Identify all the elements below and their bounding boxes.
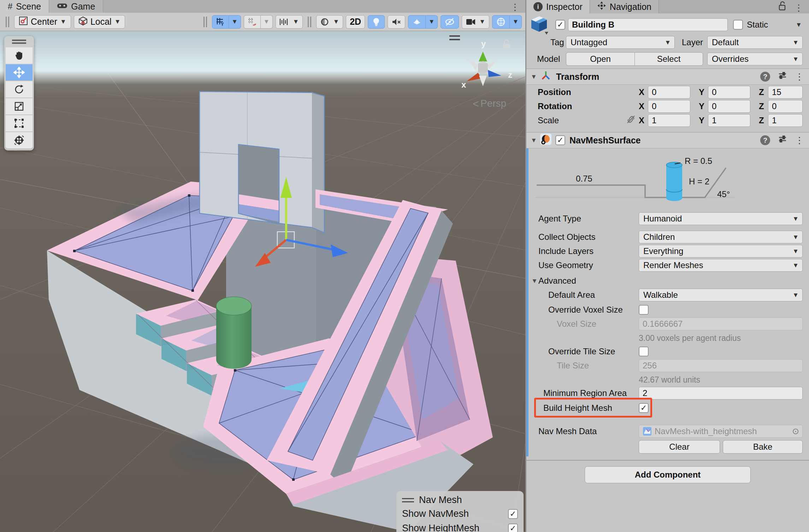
scene-viewport[interactable]: y x z < Persp [0, 31, 525, 532]
rotation-z-field[interactable]: 0 [768, 100, 803, 113]
pivot-icon [19, 16, 28, 28]
position-y-field[interactable]: 0 [708, 86, 750, 99]
transform-tool-button[interactable] [6, 132, 33, 148]
draw-mode-dropdown[interactable]: ▼ [316, 15, 343, 29]
scene-menu-kebab-icon[interactable]: ⋮ [505, 1, 525, 13]
rotate-tool-button[interactable] [6, 81, 33, 97]
tab-scene[interactable]: # Scene [0, 0, 49, 13]
hand-tool-button[interactable] [6, 47, 33, 64]
gizmos-toggle-button[interactable] [492, 15, 510, 29]
grid-visibility-dropdown[interactable]: ▼ [229, 15, 241, 29]
presets-icon[interactable] [778, 135, 787, 146]
tab-inspector[interactable]: i Inspector [526, 0, 590, 13]
model-select-button[interactable]: Select [634, 52, 703, 66]
component-menu-kebab-icon[interactable]: ⋮ [795, 135, 804, 146]
measure-tool-dropdown[interactable]: ▼ [276, 15, 303, 29]
2d-toggle-button[interactable]: 2D [346, 15, 365, 29]
nav-mesh-data-label: Nav Mesh Data [538, 426, 597, 436]
toolbar-drag-handle[interactable] [203, 17, 207, 27]
navmesh-asset-icon [643, 427, 652, 436]
include-layers-dropdown[interactable]: Everything▼ [639, 245, 803, 258]
use-geometry-dropdown[interactable]: Render Meshes▼ [639, 259, 803, 272]
voxel-size-hint: 3.00 voxels per agent radius [639, 333, 741, 343]
snap-settings-button[interactable] [244, 15, 261, 29]
rect-tool-button[interactable] [6, 115, 33, 131]
foldout-icon[interactable]: ▼ [531, 137, 540, 144]
pivot-mode-dropdown[interactable]: Center ▼ [14, 15, 71, 29]
camera-settings-dropdown[interactable]: ▼ [462, 15, 489, 29]
navmeshsurface-enabled-checkbox[interactable]: ✓ [555, 135, 565, 145]
palette-drag-handle[interactable] [12, 40, 26, 44]
scale-z-field[interactable]: 1 [768, 114, 803, 127]
tab-game[interactable]: Game [49, 0, 103, 13]
unlock-icon[interactable] [778, 1, 786, 13]
voxel-size-label: Voxel Size [557, 319, 596, 329]
component-menu-kebab-icon[interactable]: ⋮ [795, 71, 804, 82]
effects-toggle-button[interactable] [408, 15, 426, 29]
default-area-dropdown[interactable]: Walkable▼ [639, 289, 803, 301]
foldout-icon[interactable]: ▼ [531, 73, 540, 81]
position-x-field[interactable]: 0 [648, 86, 690, 99]
advanced-foldout[interactable]: ▼ Advanced [526, 275, 809, 287]
model-open-button[interactable]: Open [566, 52, 634, 66]
link-off-icon[interactable] [626, 114, 636, 126]
static-label: Static [747, 20, 768, 30]
grid-visibility-button[interactable]: Y [212, 15, 229, 29]
collect-objects-dropdown[interactable]: Children▼ [639, 231, 803, 243]
override-voxel-size-checkbox[interactable] [639, 305, 649, 315]
audio-toggle-button[interactable] [388, 15, 405, 29]
show-heightmesh-checkbox[interactable]: ✓ [508, 524, 518, 532]
transform-title: Transform [556, 72, 599, 82]
gizmos-dropdown[interactable]: ▼ [510, 15, 522, 29]
position-z-field[interactable]: 15 [768, 86, 803, 99]
effects-dropdown[interactable]: ▼ [426, 15, 438, 29]
static-dropdown-icon[interactable]: ▼ [796, 21, 802, 29]
add-component-button[interactable]: Add Component [585, 466, 751, 483]
help-icon[interactable]: ? [760, 135, 770, 145]
overrides-dropdown[interactable]: Overrides▼ [707, 53, 803, 65]
gameobject-name-field[interactable]: Building B [568, 18, 728, 31]
overlay-drag-handle-icon[interactable] [402, 498, 414, 502]
hidden-objects-toggle-button[interactable] [441, 15, 459, 29]
inspector-menu-kebab-icon[interactable]: ⋮ [789, 2, 809, 13]
orientation-mode-label: Local [90, 17, 112, 27]
bake-button[interactable]: Bake [723, 440, 803, 454]
rotation-y-field[interactable]: 0 [708, 100, 750, 113]
component-separator [526, 460, 809, 461]
minimum-region-area-field[interactable]: 2 [639, 387, 803, 400]
presets-icon[interactable] [778, 71, 787, 82]
scale-x-field[interactable]: 1 [648, 114, 690, 127]
gameobject-cube-icon [530, 16, 548, 37]
info-icon: i [533, 2, 543, 11]
override-tile-size-label: Override Tile Size [548, 347, 615, 356]
static-checkbox[interactable] [733, 20, 743, 30]
snap-settings-dropdown[interactable]: ▼ [261, 15, 273, 29]
svg-text:y: y [481, 39, 486, 48]
toolbar-drag-handle[interactable] [6, 17, 9, 27]
transform-header[interactable]: ▼ Transform ? ⋮ [526, 69, 809, 85]
tab-navigation[interactable]: Navigation [590, 0, 659, 13]
cube-axis-icon [78, 16, 88, 28]
navigation-icon [597, 1, 606, 12]
move-tool-button[interactable] [6, 64, 33, 81]
agent-type-dropdown[interactable]: Humanoid▼ [639, 212, 803, 225]
lighting-toggle-button[interactable] [368, 15, 385, 29]
scale-tool-button[interactable] [6, 98, 33, 114]
projection-label: Persp [480, 98, 506, 109]
tag-dropdown[interactable]: Untagged▼ [566, 36, 675, 49]
gameobject-enabled-checkbox[interactable]: ✓ [555, 20, 565, 30]
help-icon[interactable]: ? [760, 72, 770, 82]
layer-dropdown[interactable]: Default▼ [707, 36, 803, 49]
nav-mesh-data-field[interactable]: NavMesh-with_heightmesh ⊙ [639, 425, 803, 438]
toolbar-drag-handle[interactable] [308, 17, 311, 27]
navmeshsurface-icon [540, 133, 552, 147]
rotation-x-field[interactable]: 0 [648, 100, 690, 113]
clear-button[interactable]: Clear [639, 440, 720, 454]
show-navmesh-checkbox[interactable]: ✓ [508, 509, 518, 519]
override-tile-size-checkbox[interactable] [639, 347, 649, 356]
object-picker-icon[interactable]: ⊙ [792, 426, 799, 436]
build-height-mesh-checkbox[interactable]: ✓ [639, 403, 649, 413]
navmeshsurface-header[interactable]: ▼ ✓ NavMeshSurface ? ⋮ [526, 132, 809, 148]
orientation-mode-dropdown[interactable]: Local ▼ [74, 15, 125, 29]
scale-y-field[interactable]: 1 [708, 114, 750, 127]
